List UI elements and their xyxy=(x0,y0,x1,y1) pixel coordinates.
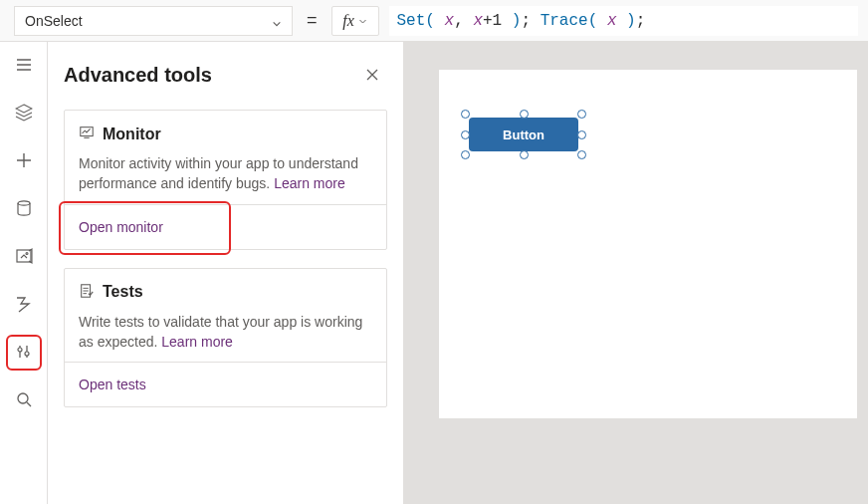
card-title: Monitor xyxy=(103,126,161,143)
resize-handle[interactable] xyxy=(461,110,470,119)
tool-card: MonitorMonitor activity within your app … xyxy=(64,110,387,250)
equals-label: = xyxy=(293,10,331,31)
media-icon xyxy=(15,247,33,268)
chevron-down-icon xyxy=(358,13,367,29)
svg-point-0 xyxy=(18,200,30,204)
app-surface[interactable]: Button xyxy=(439,70,857,418)
rail-button[interactable] xyxy=(8,145,40,177)
property-selector-value: OnSelect xyxy=(25,13,83,29)
close-icon xyxy=(365,68,379,82)
flows-icon xyxy=(15,295,33,316)
formula-input[interactable]: Set( x, x+1 ); Trace( x ); xyxy=(389,6,858,36)
formula-token: ; xyxy=(521,12,531,30)
formula-token: x xyxy=(445,12,455,30)
property-selector[interactable]: OnSelect xyxy=(14,6,293,36)
formula-token: ( xyxy=(425,12,435,30)
rail-button[interactable] xyxy=(8,337,40,369)
formula-token: x xyxy=(473,12,483,30)
learn-more-link[interactable]: Learn more xyxy=(274,175,345,191)
close-button[interactable] xyxy=(357,60,387,90)
formula-token xyxy=(531,12,541,30)
tool-card: TestsWrite tests to validate that your a… xyxy=(64,268,387,408)
formula-token xyxy=(502,12,512,30)
formula-top-bar: OnSelect = fx Set( x, x+1 ); Trace( x ); xyxy=(0,0,868,42)
svg-point-3 xyxy=(25,352,29,356)
fx-label: fx xyxy=(342,12,354,30)
tree-view-icon xyxy=(15,104,33,125)
resize-handle[interactable] xyxy=(520,150,529,159)
data-icon xyxy=(15,199,33,220)
formula-token: Trace xyxy=(541,12,588,30)
fx-button[interactable]: fx xyxy=(331,6,379,36)
search-icon xyxy=(15,390,33,411)
card-description: Write tests to validate that your app is… xyxy=(79,312,372,353)
card-action-link[interactable]: Open monitor xyxy=(65,204,386,249)
tests-icon xyxy=(79,283,95,302)
advanced-tools-pane: Advanced tools MonitorMonitor activity w… xyxy=(48,42,404,504)
advanced-tools-icon xyxy=(15,343,33,364)
pane-title: Advanced tools xyxy=(64,64,212,87)
formula-token xyxy=(597,12,607,30)
rail-button[interactable] xyxy=(8,98,40,129)
rail-button[interactable] xyxy=(8,289,40,321)
monitor-icon xyxy=(79,125,95,143)
rail-button[interactable] xyxy=(8,193,40,225)
formula-token: ) xyxy=(512,12,522,30)
formula-token xyxy=(616,12,626,30)
formula-token xyxy=(435,12,445,30)
add-icon xyxy=(15,151,33,172)
formula-token: , xyxy=(454,12,464,30)
formula-token: x xyxy=(607,12,617,30)
canvas-button-control[interactable]: Button xyxy=(469,118,578,151)
card-action-link[interactable]: Open tests xyxy=(65,362,386,406)
hamburger-icon xyxy=(15,56,33,77)
canvas-area[interactable]: Button xyxy=(404,42,868,504)
rail-button[interactable] xyxy=(8,50,40,82)
rail-button[interactable] xyxy=(8,384,40,416)
resize-handle[interactable] xyxy=(461,150,470,159)
left-nav-rail xyxy=(0,42,48,504)
formula-token: ; xyxy=(636,12,646,30)
formula-token: ) xyxy=(626,12,636,30)
formula-token: + xyxy=(483,12,493,30)
svg-rect-1 xyxy=(17,250,31,262)
resize-handle[interactable] xyxy=(577,110,586,119)
card-title: Tests xyxy=(103,283,143,301)
svg-point-2 xyxy=(18,348,22,352)
rail-button[interactable] xyxy=(8,241,40,273)
resize-handle[interactable] xyxy=(577,150,586,159)
chevron-down-icon xyxy=(272,16,282,26)
formula-token: Set xyxy=(397,12,426,30)
svg-rect-5 xyxy=(81,127,93,136)
svg-point-4 xyxy=(18,393,28,403)
resize-handle[interactable] xyxy=(577,130,586,139)
formula-token: ( xyxy=(588,12,598,30)
formula-token: 1 xyxy=(493,12,503,30)
canvas-button-label: Button xyxy=(503,127,544,142)
card-description: Monitor activity within your app to unde… xyxy=(79,153,372,194)
learn-more-link[interactable]: Learn more xyxy=(161,334,233,350)
formula-token xyxy=(464,12,474,30)
